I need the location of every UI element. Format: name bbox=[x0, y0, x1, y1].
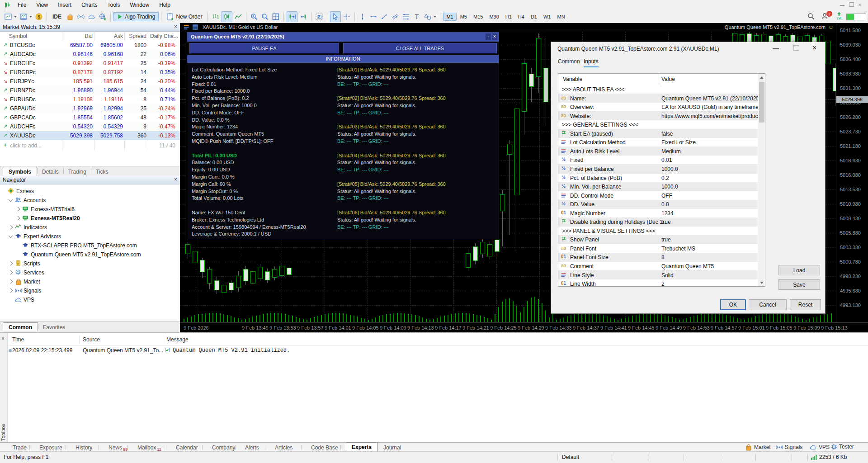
timeframe-d1[interactable]: D1 bbox=[528, 13, 540, 20]
ea-panel-minimize-icon[interactable]: - bbox=[486, 33, 491, 40]
market-watch-row[interactable]: ↗GBPCADc1.855541.8560248-0.17% bbox=[0, 113, 180, 122]
menu-file[interactable]: File bbox=[13, 0, 31, 8]
deposit-button[interactable]: $ bbox=[34, 12, 44, 22]
toolbox-tab-history[interactable]: History bbox=[71, 444, 97, 452]
timeframe-m30[interactable]: M30 bbox=[486, 13, 501, 20]
market-button[interactable] bbox=[65, 12, 75, 22]
market-watch-row[interactable]: ↘EURCHFc0.913920.9141725-0.39% bbox=[0, 59, 180, 68]
window-maximize-button[interactable] bbox=[849, 2, 854, 7]
input-row[interactable]: ½DD. Value0.0 bbox=[558, 200, 758, 209]
market-watch-row[interactable]: ↘EURJPYc185.591185.61524-0.20% bbox=[0, 77, 180, 86]
crosshair-button[interactable] bbox=[342, 12, 352, 22]
chart-list-icon[interactable] bbox=[184, 24, 190, 30]
window-minimize-button[interactable] bbox=[840, 5, 844, 6]
chevron-right-icon[interactable] bbox=[16, 216, 20, 221]
save-button[interactable]: Save bbox=[778, 279, 820, 290]
candlestick-chart-button[interactable] bbox=[222, 11, 232, 22]
trendline-button[interactable] bbox=[379, 12, 389, 22]
cloud-button[interactable] bbox=[87, 12, 97, 22]
tab-favorites[interactable]: Favorites bbox=[38, 323, 70, 331]
shapes-button[interactable] bbox=[423, 12, 433, 22]
price-axis[interactable]: 5041.5805039.0305036.4805033.9305031.380… bbox=[836, 23, 868, 322]
market-watch-close-icon[interactable]: × bbox=[174, 24, 177, 30]
bar-chart-button[interactable] bbox=[211, 12, 221, 22]
new-order-button[interactable]: New Order bbox=[164, 12, 205, 21]
nav-item-exness[interactable]: Exness bbox=[0, 187, 180, 196]
channel-button[interactable] bbox=[390, 12, 400, 22]
toolbox-tab-exposure[interactable]: Exposure bbox=[35, 444, 67, 452]
input-row[interactable]: abWebsite:https://www.mql5.com/en/market… bbox=[558, 112, 758, 121]
chevron-right-icon[interactable] bbox=[9, 261, 13, 266]
input-row[interactable]: >>> ABOUT THIS EA <<< bbox=[558, 85, 758, 94]
timeframe-mn[interactable]: MN bbox=[554, 13, 567, 20]
input-row[interactable]: >>> PANEL & VISUAL SETTINGS <<< bbox=[558, 227, 758, 236]
market-watch-row[interactable]: ↗EURNZDc1.968901.96944540.44% bbox=[0, 86, 180, 95]
chart-type-button[interactable] bbox=[3, 12, 13, 22]
market-watch-row[interactable]: ↘EURGBPc0.871780.87192140.35% bbox=[0, 68, 180, 77]
tile-windows-button[interactable] bbox=[271, 12, 281, 22]
toolbox-tab-trade[interactable]: Trade bbox=[8, 444, 31, 452]
input-row[interactable]: Show Paneltrue bbox=[558, 235, 758, 244]
input-row[interactable]: ½Min. Vol. per Balance1000.0 bbox=[558, 182, 758, 191]
input-row[interactable]: 01Line Width2 bbox=[558, 279, 758, 287]
toolbox-tab-alerts[interactable]: Alerts bbox=[241, 444, 264, 452]
market-watch-row[interactable]: ↘EURUSDc1.191081.1911680.71% bbox=[0, 95, 180, 104]
nav-item-quantum-queen-mt5-v2-91-topeas[interactable]: Quantum Queen MT5 v2.91_TopEAstore.com bbox=[0, 250, 180, 259]
dialog-scrollbar[interactable] bbox=[758, 74, 765, 286]
tab-common[interactable]: Common bbox=[3, 322, 38, 331]
input-row[interactable]: Auto Lots Risk LevelMedium bbox=[558, 147, 758, 156]
ea-panel-close-icon[interactable]: × bbox=[492, 33, 497, 40]
time-axis[interactable]: 9 Feb 20269 Feb 13:499 Feb 13:539 Feb 13… bbox=[180, 322, 868, 332]
nav-item-vps[interactable]: VPS bbox=[0, 295, 180, 304]
chevron-right-icon[interactable] bbox=[16, 207, 20, 212]
timeframe-m5[interactable]: M5 bbox=[458, 13, 470, 20]
tab-details[interactable]: Details bbox=[38, 167, 63, 176]
toolbox-tab-code-base[interactable]: Code Base bbox=[307, 444, 342, 452]
nav-item-signals[interactable]: Signals bbox=[0, 286, 180, 295]
market-watch-row[interactable]: ↗AUDCADc0.961460.96168220.06% bbox=[0, 50, 180, 59]
toolbox-tab-articles[interactable]: Articles bbox=[270, 444, 297, 452]
timeframe-h1[interactable]: H1 bbox=[503, 13, 514, 20]
timeframe-m15[interactable]: M15 bbox=[471, 13, 486, 20]
nav-item-market[interactable]: Market bbox=[0, 277, 180, 286]
toolbox-tab-journal[interactable]: Journal bbox=[379, 444, 406, 452]
dialog-minimize-button[interactable] bbox=[773, 48, 779, 49]
input-row[interactable]: DD. Control ModeOFF bbox=[558, 191, 758, 200]
dialog-tab-inputs[interactable]: Inputs bbox=[584, 58, 599, 67]
tab-trading[interactable]: Trading bbox=[64, 167, 91, 176]
chart-window-icon[interactable] bbox=[193, 24, 199, 30]
market-watch-row[interactable]: ↗XAUUSDc5029.3985029.758360-0.13% bbox=[0, 131, 180, 140]
nav-item-services[interactable]: Services bbox=[0, 268, 180, 277]
chevron-down-icon[interactable] bbox=[9, 234, 13, 238]
pause-ea-button[interactable]: PAUSE EA bbox=[189, 43, 339, 53]
menu-insert[interactable]: Insert bbox=[53, 0, 76, 8]
scroll-thumb[interactable] bbox=[759, 82, 764, 123]
market-watch-row[interactable]: ↗AUDCHFc0.543200.543299-0.47% bbox=[0, 122, 180, 131]
ok-button[interactable]: OK bbox=[720, 299, 746, 310]
toolbox-tab-calendar[interactable]: Calendar bbox=[171, 444, 203, 452]
input-row[interactable]: abName:Quantum Queen MT5 v2.91 (22/10/20… bbox=[558, 94, 758, 103]
menu-view[interactable]: View bbox=[31, 0, 53, 8]
fibonacci-button[interactable] bbox=[401, 12, 411, 22]
navigator-close-icon[interactable]: × bbox=[174, 176, 177, 183]
toolbox-tab-experts[interactable]: Experts bbox=[346, 442, 377, 452]
chevron-right-icon[interactable] bbox=[9, 225, 13, 230]
window-close-button[interactable]: × bbox=[858, 1, 862, 8]
cancel-button[interactable]: Cancel bbox=[749, 299, 787, 310]
zoom-in-button[interactable] bbox=[249, 12, 259, 22]
input-row[interactable]: abOverview:EA for XAUUSD (Gold) in any t… bbox=[558, 103, 758, 112]
cursor-button[interactable] bbox=[330, 11, 341, 22]
chevron-right-icon[interactable] bbox=[9, 279, 13, 284]
auto-scroll-button[interactable] bbox=[287, 11, 297, 22]
toolbox-close-icon[interactable]: × bbox=[1, 335, 5, 342]
market-watch-row[interactable]: ↗GBPAUDc1.929691.9299425-0.24% bbox=[0, 104, 180, 113]
dialog-close-button[interactable]: × bbox=[812, 44, 816, 52]
timeframe-m1[interactable]: M1 bbox=[443, 13, 456, 21]
input-row[interactable]: Line StyleSolid bbox=[558, 271, 758, 280]
nav-item-accounts[interactable]: Accounts bbox=[0, 196, 180, 205]
input-row[interactable]: Lot Calculation MethodFixed Lot Size bbox=[558, 138, 758, 147]
badge-signals[interactable]: Signals bbox=[776, 444, 802, 451]
profiles-button[interactable] bbox=[19, 12, 28, 22]
badge-market[interactable]: Market bbox=[745, 444, 771, 451]
reset-button[interactable]: Reset bbox=[790, 299, 821, 310]
